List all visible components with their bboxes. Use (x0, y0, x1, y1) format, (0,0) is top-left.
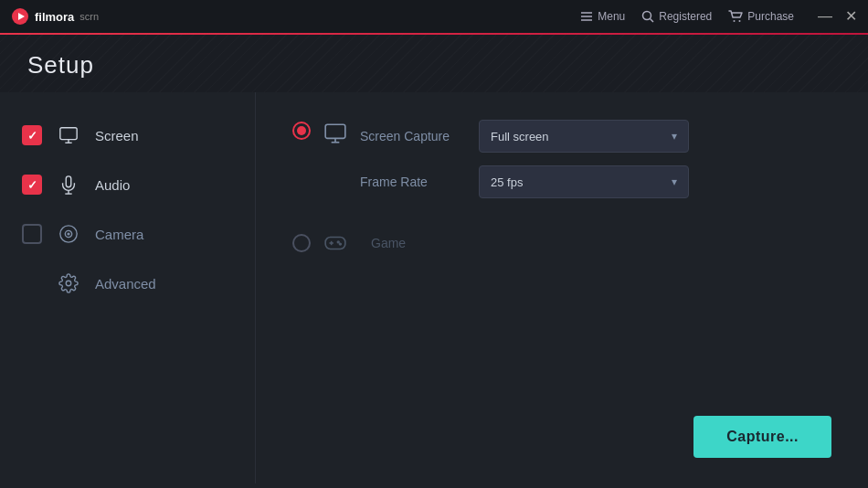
sidebar-item-screen[interactable]: ✓ Screen (0, 111, 255, 160)
game-icon (322, 229, 349, 257)
capture-button[interactable]: Capture... (693, 416, 831, 458)
logo-text: filmora (35, 10, 74, 24)
advanced-label: Advanced (95, 276, 156, 292)
svg-rect-20 (325, 238, 345, 249)
registered-button[interactable]: Registered (641, 10, 712, 23)
svg-rect-9 (60, 128, 77, 140)
screen-checkbox[interactable]: ✓ (22, 125, 42, 145)
svg-point-15 (68, 233, 69, 235)
advanced-icon (57, 271, 80, 295)
minimize-button[interactable]: — (818, 9, 832, 24)
svg-point-5 (643, 12, 651, 20)
screen-label: Screen (95, 128, 139, 143)
logo-scrn-text: scrn (79, 11, 99, 22)
header: Setup (0, 35, 868, 92)
screen-capture-details: Screen Capture Full screen ▾ Frame Rate … (360, 120, 831, 211)
audio-checkbox[interactable]: ✓ (22, 175, 42, 195)
svg-point-23 (337, 241, 339, 243)
titlebar-right: Menu Registered Purchase — ✕ (580, 9, 857, 24)
screen-capture-dropdown[interactable]: Full screen ▾ (479, 120, 689, 153)
menu-button[interactable]: Menu (580, 10, 625, 23)
screen-capture-field: Screen Capture Full screen ▾ (360, 120, 831, 153)
close-button[interactable]: ✕ (845, 9, 857, 24)
logo-area: filmora scrn (11, 7, 99, 26)
svg-point-7 (734, 20, 736, 22)
sidebar-item-audio[interactable]: ✓ Audio (0, 160, 255, 209)
camera-icon (57, 222, 80, 246)
screen-icon (57, 123, 80, 147)
svg-point-16 (66, 281, 71, 286)
camera-checkbox[interactable] (22, 224, 42, 244)
sidebar-item-camera[interactable]: Camera (0, 209, 255, 259)
frame-rate-dropdown[interactable]: 25 fps ▾ (479, 165, 689, 198)
audio-icon (57, 173, 80, 196)
screen-capture-radio[interactable] (292, 122, 311, 140)
game-radio[interactable] (292, 234, 311, 252)
camera-label: Camera (95, 227, 143, 242)
sidebar-item-advanced[interactable]: Advanced (0, 259, 255, 308)
svg-rect-17 (325, 124, 345, 138)
frame-rate-label: Frame Rate (360, 175, 479, 189)
svg-point-8 (739, 20, 741, 22)
screen-capture-icon (322, 120, 349, 147)
purchase-button[interactable]: Purchase (728, 10, 794, 23)
game-label: Game (371, 236, 406, 250)
screen-capture-label: Screen Capture (360, 129, 479, 143)
content-area: Screen Capture Full screen ▾ Frame Rate … (256, 92, 868, 483)
audio-label: Audio (95, 177, 130, 193)
page-title: Setup (27, 51, 94, 79)
filmora-logo-icon (11, 7, 29, 26)
frame-rate-arrow-icon: ▾ (672, 175, 677, 188)
frame-rate-field: Frame Rate 25 fps ▾ (360, 165, 831, 198)
screen-capture-arrow-icon: ▾ (672, 130, 677, 143)
menu-icon (580, 10, 593, 23)
svg-line-6 (651, 19, 654, 23)
search-icon (641, 10, 654, 23)
sidebar: ✓ Screen ✓ (0, 92, 256, 483)
cart-icon (728, 10, 743, 23)
frame-rate-value: 25 fps (491, 175, 523, 189)
window-controls: — ✕ (818, 9, 857, 24)
game-row: Game (292, 229, 831, 257)
titlebar: filmora scrn Menu Registered Purc (0, 0, 868, 33)
main-layout: ✓ Screen ✓ (0, 92, 868, 483)
screen-capture-value: Full screen (491, 130, 549, 143)
svg-point-24 (340, 243, 342, 245)
screen-capture-row: Screen Capture Full screen ▾ Frame Rate … (292, 120, 831, 211)
